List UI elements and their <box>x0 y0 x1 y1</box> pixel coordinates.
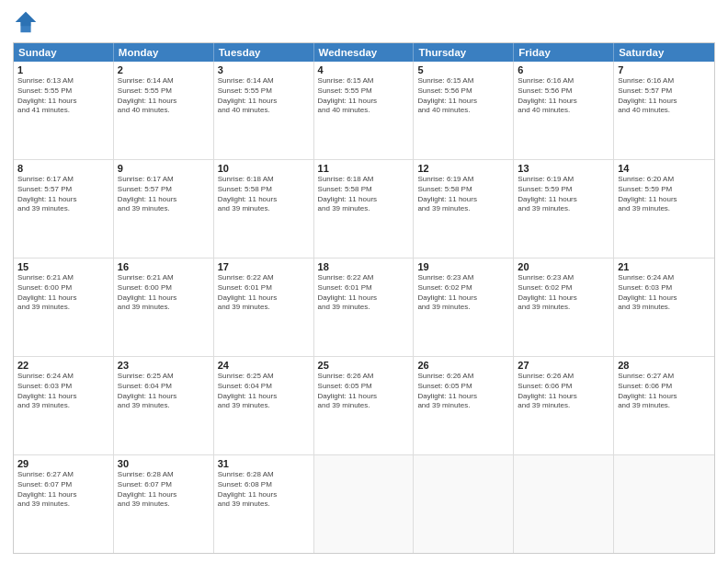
day-number: 22 <box>17 360 109 371</box>
day-number: 31 <box>218 458 310 469</box>
calendar-row-4: 22Sunrise: 6:24 AM Sunset: 6:03 PM Dayli… <box>14 356 714 454</box>
day-number: 15 <box>17 261 109 272</box>
day-number: 26 <box>417 360 509 371</box>
day-number: 1 <box>17 64 109 75</box>
day-cell-14: 14Sunrise: 6:20 AM Sunset: 5:59 PM Dayli… <box>614 160 714 258</box>
day-info: Sunrise: 6:21 AM Sunset: 6:00 PM Dayligh… <box>118 273 210 313</box>
day-info: Sunrise: 6:14 AM Sunset: 5:55 PM Dayligh… <box>118 76 210 116</box>
day-cell-12: 12Sunrise: 6:19 AM Sunset: 5:58 PM Dayli… <box>414 160 514 258</box>
calendar-row-3: 15Sunrise: 6:21 AM Sunset: 6:00 PM Dayli… <box>14 258 714 356</box>
day-number: 13 <box>518 163 609 174</box>
weekday-header-friday: Friday <box>514 43 614 62</box>
day-cell-3: 3Sunrise: 6:14 AM Sunset: 5:55 PM Daylig… <box>214 62 314 159</box>
day-number: 23 <box>118 360 210 371</box>
day-cell-10: 10Sunrise: 6:18 AM Sunset: 5:58 PM Dayli… <box>214 160 314 258</box>
day-info: Sunrise: 6:23 AM Sunset: 6:02 PM Dayligh… <box>417 273 509 313</box>
day-cell-6: 6Sunrise: 6:16 AM Sunset: 5:56 PM Daylig… <box>514 62 614 159</box>
logo-icon <box>13 9 39 35</box>
day-info: Sunrise: 6:14 AM Sunset: 5:55 PM Dayligh… <box>218 76 310 116</box>
day-info: Sunrise: 6:24 AM Sunset: 6:03 PM Dayligh… <box>17 372 109 411</box>
day-info: Sunrise: 6:28 AM Sunset: 6:07 PM Dayligh… <box>118 470 210 510</box>
day-info: Sunrise: 6:22 AM Sunset: 6:01 PM Dayligh… <box>218 273 310 313</box>
calendar: SundayMondayTuesdayWednesdayThursdayFrid… <box>13 42 715 554</box>
day-cell-28: 28Sunrise: 6:27 AM Sunset: 6:06 PM Dayli… <box>614 357 714 454</box>
day-info: Sunrise: 6:17 AM Sunset: 5:57 PM Dayligh… <box>118 175 210 214</box>
day-info: Sunrise: 6:27 AM Sunset: 6:06 PM Dayligh… <box>618 372 711 411</box>
day-number: 8 <box>17 163 109 174</box>
day-number: 10 <box>218 163 310 174</box>
svg-marker-1 <box>16 12 36 26</box>
day-number: 6 <box>518 64 609 75</box>
day-cell-22: 22Sunrise: 6:24 AM Sunset: 6:03 PM Dayli… <box>14 357 114 454</box>
calendar-header: SundayMondayTuesdayWednesdayThursdayFrid… <box>14 43 714 62</box>
day-cell-9: 9Sunrise: 6:17 AM Sunset: 5:57 PM Daylig… <box>114 160 214 258</box>
day-info: Sunrise: 6:13 AM Sunset: 5:55 PM Dayligh… <box>17 76 109 116</box>
day-number: 4 <box>318 64 410 75</box>
weekday-header-monday: Monday <box>114 43 214 62</box>
day-number: 11 <box>318 163 410 174</box>
day-number: 14 <box>618 163 711 174</box>
day-number: 27 <box>518 360 609 371</box>
day-info: Sunrise: 6:17 AM Sunset: 5:57 PM Dayligh… <box>17 175 109 214</box>
day-number: 3 <box>218 64 310 75</box>
day-info: Sunrise: 6:20 AM Sunset: 5:59 PM Dayligh… <box>618 175 711 214</box>
day-cell-2: 2Sunrise: 6:14 AM Sunset: 5:55 PM Daylig… <box>114 62 214 159</box>
day-cell-20: 20Sunrise: 6:23 AM Sunset: 6:02 PM Dayli… <box>514 259 614 356</box>
calendar-row-1: 1Sunrise: 6:13 AM Sunset: 5:55 PM Daylig… <box>14 62 714 159</box>
day-cell-4: 4Sunrise: 6:15 AM Sunset: 5:55 PM Daylig… <box>314 62 415 159</box>
day-cell-25: 25Sunrise: 6:26 AM Sunset: 6:05 PM Dayli… <box>314 357 415 454</box>
empty-cell <box>614 455 714 553</box>
day-number: 17 <box>218 261 310 272</box>
day-cell-29: 29Sunrise: 6:27 AM Sunset: 6:07 PM Dayli… <box>14 455 114 553</box>
calendar-body: 1Sunrise: 6:13 AM Sunset: 5:55 PM Daylig… <box>14 62 714 553</box>
day-info: Sunrise: 6:26 AM Sunset: 6:05 PM Dayligh… <box>318 372 410 411</box>
day-cell-21: 21Sunrise: 6:24 AM Sunset: 6:03 PM Dayli… <box>614 259 714 356</box>
day-info: Sunrise: 6:25 AM Sunset: 6:04 PM Dayligh… <box>218 372 310 411</box>
day-cell-27: 27Sunrise: 6:26 AM Sunset: 6:06 PM Dayli… <box>514 357 614 454</box>
day-number: 21 <box>618 261 711 272</box>
empty-cell <box>314 455 415 553</box>
day-info: Sunrise: 6:16 AM Sunset: 5:56 PM Dayligh… <box>518 76 609 116</box>
day-number: 16 <box>118 261 210 272</box>
day-cell-17: 17Sunrise: 6:22 AM Sunset: 6:01 PM Dayli… <box>214 259 314 356</box>
day-info: Sunrise: 6:21 AM Sunset: 6:00 PM Dayligh… <box>17 273 109 313</box>
day-info: Sunrise: 6:25 AM Sunset: 6:04 PM Dayligh… <box>118 372 210 411</box>
day-info: Sunrise: 6:15 AM Sunset: 5:56 PM Dayligh… <box>417 76 509 116</box>
weekday-header-saturday: Saturday <box>614 43 714 62</box>
day-cell-13: 13Sunrise: 6:19 AM Sunset: 5:59 PM Dayli… <box>514 160 614 258</box>
logo <box>13 9 42 35</box>
day-info: Sunrise: 6:26 AM Sunset: 6:05 PM Dayligh… <box>417 372 509 411</box>
day-cell-15: 15Sunrise: 6:21 AM Sunset: 6:00 PM Dayli… <box>14 259 114 356</box>
weekday-header-tuesday: Tuesday <box>214 43 314 62</box>
calendar-row-2: 8Sunrise: 6:17 AM Sunset: 5:57 PM Daylig… <box>14 159 714 258</box>
day-info: Sunrise: 6:23 AM Sunset: 6:02 PM Dayligh… <box>518 273 609 313</box>
day-number: 24 <box>218 360 310 371</box>
day-cell-5: 5Sunrise: 6:15 AM Sunset: 5:56 PM Daylig… <box>414 62 514 159</box>
day-number: 19 <box>417 261 509 272</box>
day-cell-26: 26Sunrise: 6:26 AM Sunset: 6:05 PM Dayli… <box>414 357 514 454</box>
day-info: Sunrise: 6:18 AM Sunset: 5:58 PM Dayligh… <box>318 175 410 214</box>
day-cell-11: 11Sunrise: 6:18 AM Sunset: 5:58 PM Dayli… <box>314 160 415 258</box>
day-info: Sunrise: 6:24 AM Sunset: 6:03 PM Dayligh… <box>618 273 711 313</box>
weekday-header-sunday: Sunday <box>14 43 114 62</box>
day-number: 7 <box>618 64 711 75</box>
day-cell-19: 19Sunrise: 6:23 AM Sunset: 6:02 PM Dayli… <box>414 259 514 356</box>
day-number: 29 <box>17 458 109 469</box>
day-number: 5 <box>417 64 509 75</box>
day-cell-16: 16Sunrise: 6:21 AM Sunset: 6:00 PM Dayli… <box>114 259 214 356</box>
empty-cell <box>514 455 614 553</box>
day-number: 25 <box>318 360 410 371</box>
day-cell-18: 18Sunrise: 6:22 AM Sunset: 6:01 PM Dayli… <box>314 259 415 356</box>
day-cell-24: 24Sunrise: 6:25 AM Sunset: 6:04 PM Dayli… <box>214 357 314 454</box>
day-number: 20 <box>518 261 609 272</box>
day-cell-1: 1Sunrise: 6:13 AM Sunset: 5:55 PM Daylig… <box>14 62 114 159</box>
page: SundayMondayTuesdayWednesdayThursdayFrid… <box>0 0 728 563</box>
day-cell-30: 30Sunrise: 6:28 AM Sunset: 6:07 PM Dayli… <box>114 455 214 553</box>
day-cell-23: 23Sunrise: 6:25 AM Sunset: 6:04 PM Dayli… <box>114 357 214 454</box>
day-info: Sunrise: 6:18 AM Sunset: 5:58 PM Dayligh… <box>218 175 310 214</box>
day-cell-7: 7Sunrise: 6:16 AM Sunset: 5:57 PM Daylig… <box>614 62 714 159</box>
day-info: Sunrise: 6:27 AM Sunset: 6:07 PM Dayligh… <box>17 470 109 510</box>
header <box>13 9 715 35</box>
day-number: 2 <box>118 64 210 75</box>
day-number: 28 <box>618 360 711 371</box>
